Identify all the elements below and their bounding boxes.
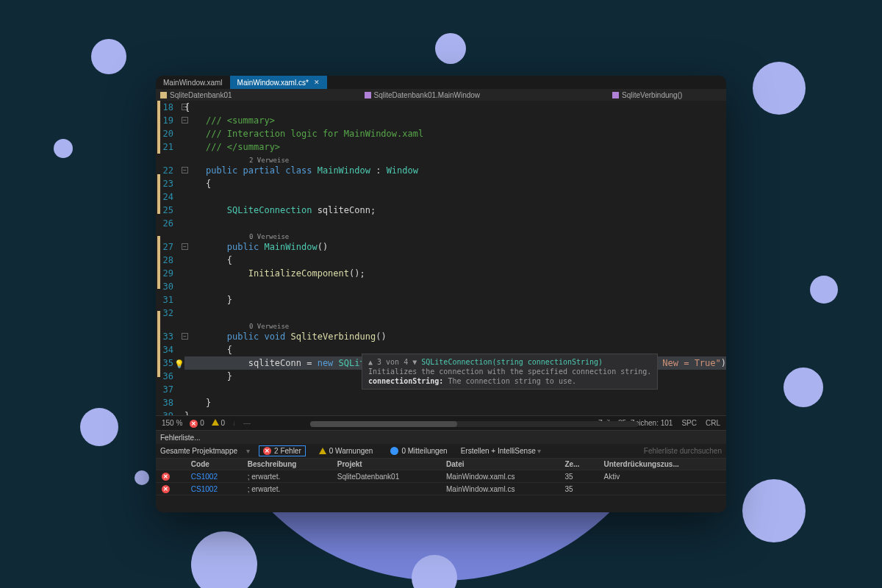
breadcrumb-label: SqliteDatenbank01.MainWindow — [374, 91, 481, 99]
code-line[interactable] — [184, 217, 726, 230]
param-description: Initializes the connection with the spec… — [368, 367, 651, 376]
code-line[interactable]: /// <summary> — [184, 114, 726, 127]
errors-filter[interactable]: ✕2 Fehler — [259, 445, 306, 456]
error-indicator[interactable]: ✕ 0 — [190, 419, 204, 428]
code-line[interactable]: { — [184, 254, 726, 267]
error-icon: ✕ — [263, 447, 271, 455]
column-header[interactable]: Unterdrückungszus... — [598, 459, 727, 470]
column-header[interactable]: Code — [185, 459, 242, 470]
decoration — [742, 479, 806, 542]
error-search-input[interactable]: Fehlerliste durchsuchen — [644, 447, 722, 455]
error-row[interactable]: ✕CS1002; erwartet.MainWindow.xaml.cs35 — [156, 483, 726, 495]
messages-filter[interactable]: 0 Mitteilungen — [386, 445, 451, 456]
code-line[interactable]: InitializeComponent(); — [184, 267, 726, 280]
code-line[interactable] — [184, 190, 726, 204]
column-header[interactable] — [156, 459, 185, 470]
param-signature: SQLiteConnection(string connectionString… — [421, 358, 603, 366]
line-numbers: 1819202122232425262728293031323334353637… — [159, 101, 181, 433]
error-icon: ✕ — [162, 473, 170, 481]
param-nav[interactable]: ▲ 3 von 4 ▼ — [368, 358, 417, 366]
breadcrumb-namespace[interactable]: SqliteDatenbank01 — [160, 91, 232, 99]
code-line[interactable]: /// </summary> — [184, 140, 726, 154]
code-editor[interactable]: 1819202122232425262728293031323334353637… — [156, 101, 726, 433]
class-icon — [365, 92, 371, 98]
breadcrumb-class[interactable]: SqliteDatenbank01.MainWindow — [365, 91, 481, 99]
decoration — [435, 33, 466, 64]
code-line[interactable]: { — [184, 177, 726, 190]
code-line[interactable] — [184, 280, 726, 293]
code-line[interactable]: } — [184, 396, 726, 409]
line-ending[interactable]: CRL — [706, 419, 720, 427]
code-line[interactable]: } — [184, 293, 726, 306]
column-header[interactable]: Beschreibung — [242, 459, 331, 470]
warnings-filter[interactable]: 0 Warnungen — [315, 445, 378, 456]
error-list-panel: Fehlerliste... Gesamte Projektmappe▾ ✕2 … — [156, 430, 726, 512]
panel-title[interactable]: Fehlerliste... — [156, 431, 726, 444]
decoration — [80, 408, 118, 446]
build-filter[interactable]: Erstellen + IntelliSense ▾ — [461, 447, 542, 455]
ide-window: MainWindow.xamlMainWindow.xaml.cs*✕ Sqli… — [156, 76, 726, 512]
code-line[interactable]: public MainWindow() — [184, 240, 726, 254]
decoration — [753, 62, 806, 115]
codelens-references[interactable]: 0 Verweise — [184, 320, 726, 330]
error-icon: ✕ — [162, 485, 170, 493]
code-line[interactable]: /// Interaction logic for MainWindow.xam… — [184, 127, 726, 140]
error-table: CodeBeschreibungProjektDateiZe...Unterdr… — [156, 459, 726, 495]
document-tab[interactable]: MainWindow.xaml.cs*✕ — [230, 76, 327, 89]
decoration — [412, 555, 457, 588]
close-icon[interactable]: ✕ — [314, 79, 320, 86]
change-margin — [156, 101, 159, 433]
decoration — [191, 531, 257, 588]
scope-dropdown[interactable]: Gesamte Projektmappe — [160, 447, 237, 455]
parameter-info-tooltip: ▲ 3 von 4 ▼ SQLiteConnection(string conn… — [362, 354, 658, 390]
param-detail: The connection string to use. — [448, 377, 576, 385]
decoration — [135, 470, 149, 485]
code-line[interactable]: SQLiteConnection sqliteConn; — [184, 204, 726, 217]
breadcrumb-label: SqliteDatenbank01 — [170, 91, 232, 99]
decoration — [54, 139, 73, 158]
zoom-level[interactable]: 150 % — [162, 419, 182, 427]
decoration — [810, 276, 838, 304]
column-header[interactable]: Projekt — [331, 459, 440, 470]
code-line[interactable] — [184, 306, 726, 320]
decoration — [784, 368, 823, 407]
code-line[interactable]: public partial class MainWindow : Window — [184, 164, 726, 177]
warning-icon — [212, 419, 219, 426]
code-line[interactable]: public void SqliteVerbindung() — [184, 330, 726, 343]
method-icon — [612, 92, 619, 98]
column-header[interactable]: Ze... — [559, 459, 598, 470]
code-line[interactable]: { — [184, 101, 726, 114]
info-icon — [390, 447, 398, 455]
document-tab[interactable]: MainWindow.xaml — [156, 76, 230, 89]
breadcrumb-label: SqliteVerbindung() — [622, 91, 682, 99]
indent-mode[interactable]: SPC — [681, 419, 697, 427]
lightbulb-icon[interactable]: 💡 — [174, 358, 183, 367]
horizontal-scrollbar[interactable] — [310, 421, 638, 429]
param-name: connectionString: — [368, 377, 443, 385]
error-icon: ✕ — [190, 420, 198, 428]
warning-indicator[interactable]: 0 — [212, 419, 225, 427]
breadcrumb-method[interactable]: SqliteVerbindung() — [612, 91, 682, 99]
namespace-icon — [160, 92, 167, 98]
warning-icon — [319, 448, 326, 454]
breadcrumb-bar: SqliteDatenbank01 SqliteDatenbank01.Main… — [156, 89, 726, 101]
document-tabs: MainWindow.xamlMainWindow.xaml.cs*✕ — [156, 76, 726, 89]
column-header[interactable]: Datei — [440, 459, 559, 470]
decoration — [91, 39, 126, 74]
codelens-references[interactable]: 2 Verweise — [184, 154, 726, 164]
error-row[interactable]: ✕CS1002; erwartet.SqliteDatenbank01MainW… — [156, 470, 726, 483]
codelens-references[interactable]: 0 Verweise — [184, 230, 726, 240]
